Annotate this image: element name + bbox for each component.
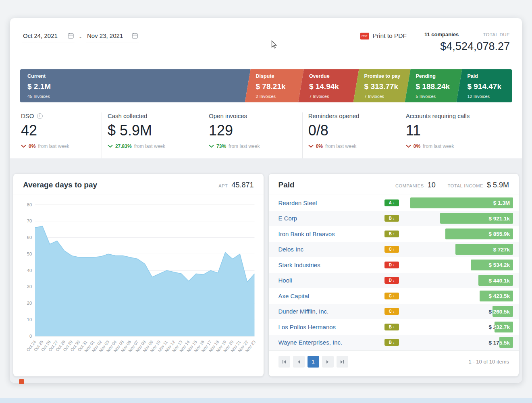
paid-table-row: Axe CapitalC↓$ 423.5k$ 423.5k bbox=[269, 288, 519, 304]
status-segment-paid[interactable]: Paid$ 914.47k12 Invoices bbox=[456, 69, 512, 102]
paid-table: Rearden SteelA↓$ 1.3M$ 1.3ME CorpB↓$ 921… bbox=[269, 195, 519, 350]
apt-label: APT bbox=[218, 183, 228, 188]
grade-badge: C↓ bbox=[384, 308, 399, 315]
total-income-stat: TOTAL INCOME $ 5.9M bbox=[448, 181, 509, 189]
status-label: Overdue bbox=[309, 73, 356, 79]
calendar-icon bbox=[132, 33, 138, 39]
companies-stat-value: 10 bbox=[428, 181, 436, 189]
grade-up-arrow-icon: ↑ bbox=[393, 247, 395, 251]
pagination-first-button[interactable] bbox=[278, 356, 290, 368]
grade-badge: C↑ bbox=[384, 246, 399, 253]
kpi-value: 129 bbox=[209, 123, 298, 138]
company-link[interactable]: Rearden Steel bbox=[278, 199, 380, 206]
kpi-label: Accounts requiring calls bbox=[406, 112, 470, 119]
kpi-value: 42 bbox=[21, 123, 98, 138]
status-amount: $ 914.47k bbox=[467, 82, 509, 91]
trend-down-icon bbox=[108, 145, 113, 148]
kpi-delta-suffix: from last week bbox=[229, 143, 260, 149]
trend-down-icon bbox=[308, 145, 314, 148]
kpi-row: DSOi420%from last weekCash collected$ 5.… bbox=[20, 102, 512, 158]
company-link[interactable]: Dunder Mifflin, Inc. bbox=[278, 308, 380, 315]
grade-down-arrow-icon: ↓ bbox=[393, 278, 395, 283]
company-link[interactable]: Delos Inc bbox=[278, 246, 380, 253]
svg-text:0: 0 bbox=[29, 334, 32, 339]
status-label: Paid bbox=[467, 73, 509, 79]
grade-up-arrow-icon: ↑ bbox=[393, 232, 395, 236]
svg-text:10: 10 bbox=[27, 317, 32, 322]
income-bar: $ 232.7k bbox=[495, 322, 513, 332]
topbar: Oct 24, 2021 - Nov 23, 2021 bbox=[10, 18, 522, 69]
pagination-last-button[interactable] bbox=[337, 356, 348, 368]
company-link[interactable]: Los Pollos Hermanos bbox=[278, 324, 380, 330]
kpi-label: DSO bbox=[21, 112, 34, 119]
income-bar-cell: $ 921.1k$ 921.1k bbox=[403, 213, 513, 224]
paid-table-row: Stark IndustriesD↓$ 534.2k$ 534.2k bbox=[269, 257, 519, 273]
company-link[interactable]: Stark Industries bbox=[278, 262, 380, 268]
dashboard-card: Oct 24, 2021 - Nov 23, 2021 bbox=[10, 18, 522, 383]
apt-value: 45.871 bbox=[231, 181, 254, 189]
total-income-label: TOTAL INCOME bbox=[448, 183, 483, 188]
status-invoice-count: 5 Invoices bbox=[416, 94, 459, 99]
paid-table-row: Iron Bank of BraavosB↑$ 855.9k$ 855.9k bbox=[269, 226, 519, 242]
company-link[interactable]: Iron Bank of Braavos bbox=[278, 231, 380, 237]
info-icon[interactable]: i bbox=[37, 113, 43, 119]
pagination-prev-button[interactable] bbox=[293, 356, 305, 368]
total-income-value: $ 5.9M bbox=[487, 181, 509, 189]
topbar-right: PDF Print to PDF 11 companies TOTAL DUE … bbox=[360, 29, 510, 53]
grade-letter: C bbox=[389, 247, 392, 251]
income-value-on-bar: $ 423.5k bbox=[488, 293, 510, 299]
income-bar-cell: $ 440.1k$ 440.1k bbox=[403, 275, 513, 286]
grade-letter: A bbox=[389, 201, 392, 205]
company-link[interactable]: Hooli bbox=[278, 277, 380, 284]
total-due-label: TOTAL DUE bbox=[483, 32, 510, 37]
income-bar: $ 440.1k bbox=[478, 275, 513, 286]
prev-page-icon bbox=[297, 360, 301, 364]
status-segment-promise-to-pay[interactable]: Promise to pay$ 313.77k7 Invoices bbox=[353, 69, 411, 102]
status-segment-overdue[interactable]: Overdue$ 14.94k7 Invoices bbox=[298, 69, 359, 102]
print-to-pdf-button[interactable]: PDF Print to PDF bbox=[360, 32, 407, 39]
status-invoice-count: 45 Invoices bbox=[27, 94, 247, 99]
status-segment-current[interactable]: Current$ 2.1M45 Invoices bbox=[20, 69, 251, 102]
status-label: Current bbox=[27, 73, 247, 79]
first-page-icon bbox=[282, 360, 286, 364]
status-amount: $ 2.1M bbox=[27, 82, 247, 91]
company-link[interactable]: E Corp bbox=[278, 215, 380, 222]
income-bar: $ 921.1k bbox=[440, 213, 513, 224]
income-value-on-bar: $ 534.2k bbox=[488, 262, 510, 268]
svg-text:20: 20 bbox=[27, 301, 32, 305]
date-to-input[interactable]: Nov 23, 2021 bbox=[86, 31, 139, 42]
date-from-input[interactable]: Oct 24, 2021 bbox=[22, 31, 75, 42]
grade-letter: B bbox=[389, 216, 392, 220]
income-bar-cell: $ 855.9k$ 855.9k bbox=[403, 229, 513, 239]
grade-badge: B↑ bbox=[384, 231, 399, 237]
paid-table-row: Dunder Mifflin, Inc.C↓$ 260.5k$ 260.5k bbox=[269, 304, 519, 320]
income-value-on-bar: $ 921.1k bbox=[488, 215, 510, 221]
paid-table-row: HooliD↓$ 440.1k$ 440.1k bbox=[269, 273, 519, 289]
last-page-icon bbox=[340, 360, 344, 364]
status-invoice-count: 2 Invoices bbox=[256, 94, 301, 99]
svg-text:60: 60 bbox=[27, 235, 32, 240]
average-days-to-pay-card: Average days to pay APT 45.871 010203040… bbox=[13, 174, 264, 376]
kpi-value: 0/8 bbox=[308, 123, 396, 138]
grade-letter: B bbox=[389, 232, 392, 236]
pagination-page-1-button[interactable]: 1 bbox=[308, 356, 319, 368]
paid-table-row: Los Pollos HermanosB↓$ 232.7k$ 232.7k bbox=[269, 319, 519, 335]
svg-text:50: 50 bbox=[27, 251, 32, 256]
invoice-status-bar: Current$ 2.1M45 InvoicesDispute$ 78.21k2… bbox=[20, 69, 512, 102]
company-link[interactable]: Wayne Enterprises, Inc. bbox=[278, 339, 380, 346]
income-bar: $ 260.5k bbox=[493, 306, 513, 317]
pagination-next-button[interactable] bbox=[322, 356, 334, 368]
status-segment-dispute[interactable]: Dispute$ 78.21k2 Invoices bbox=[245, 69, 304, 102]
company-link[interactable]: Axe Capital bbox=[278, 293, 380, 299]
chart-card-title: Average days to pay bbox=[23, 181, 97, 189]
status-amount: $ 14.94k bbox=[309, 82, 356, 91]
kpi-label: Reminders opened bbox=[308, 112, 360, 119]
svg-text:30: 30 bbox=[27, 284, 32, 289]
grade-badge: B↓ bbox=[384, 324, 399, 330]
status-segment-pending[interactable]: Pending$ 188.24k5 Invoices bbox=[405, 69, 462, 102]
kpi-cash-collected: Cash collected$ 5.9M27.83%from last week bbox=[102, 112, 203, 158]
status-invoice-count: 7 Invoices bbox=[309, 94, 356, 99]
grade-badge: B↓ bbox=[384, 215, 399, 222]
kpi-delta-suffix: from last week bbox=[423, 143, 454, 149]
kpi-delta-suffix: from last week bbox=[134, 143, 165, 149]
